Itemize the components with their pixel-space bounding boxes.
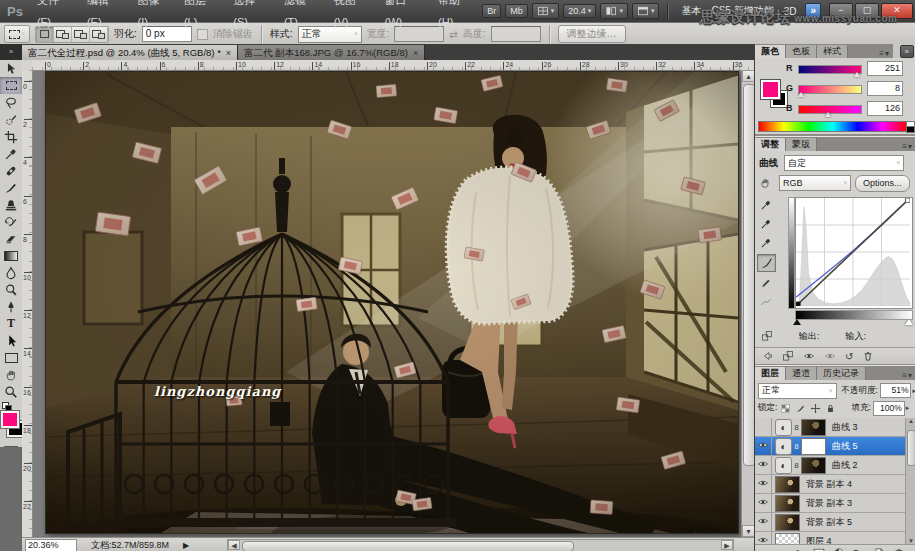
channel-value-input[interactable]: 8 [867, 81, 903, 96]
menu-item-2[interactable]: 图像(I) [131, 0, 177, 33]
close-button[interactable]: ✕ [881, 3, 913, 19]
blend-mode-select[interactable]: 正常▾ [758, 383, 837, 399]
menu-item-7[interactable]: 窗口(W) [377, 0, 431, 33]
layer-mask-thumbnail[interactable] [801, 419, 826, 436]
layer-thumbnail[interactable] [775, 476, 800, 493]
channel-value-input[interactable]: 251 [867, 61, 903, 76]
color-tab-1[interactable]: 色板 [786, 45, 817, 58]
menu-item-1[interactable]: 编辑(E) [80, 0, 131, 33]
menu-item-0[interactable]: 文件(F) [30, 0, 80, 33]
layer-visibility-toggle[interactable] [755, 418, 772, 436]
link-layers-icon[interactable] [775, 547, 787, 551]
menu-item-5[interactable]: 滤镜(T) [277, 0, 327, 33]
layer-row-6[interactable]: 图层 4 [755, 532, 915, 544]
opacity-value[interactable]: 51% [880, 383, 912, 398]
mask-link-icon[interactable]: 8 [792, 423, 801, 432]
maximize-button[interactable]: ▢ [855, 3, 879, 19]
dodge-tool[interactable] [0, 281, 22, 298]
layer-thumbnail[interactable] [775, 495, 800, 512]
draw-curve-pencil-icon[interactable] [757, 275, 774, 291]
on-image-adjust-icon[interactable] [759, 177, 771, 189]
foreground-color-well[interactable] [761, 80, 780, 99]
curves-graph[interactable] [795, 197, 913, 309]
document-canvas[interactable]: lingzhongqiang [45, 71, 739, 534]
layer-thumbnail[interactable] [775, 514, 800, 531]
zoom-level-control[interactable]: 20.4▾ [563, 4, 596, 18]
layers-scrollbar[interactable]: ▲ ▼ [905, 418, 915, 544]
document-tab-1[interactable]: 富二代 副本168.JPG @ 16.7%(RGB/8)× [238, 45, 425, 60]
black-point-slider[interactable] [793, 319, 801, 325]
workspace-item-1[interactable]: CS5 新增功能 [706, 4, 778, 18]
minimize-button[interactable]: − [829, 3, 853, 19]
layer-row-1[interactable]: ◐8曲线 5 [755, 437, 915, 456]
layer-visibility-toggle[interactable] [755, 437, 772, 455]
lasso-tool[interactable] [0, 94, 22, 111]
gradient-tool[interactable] [0, 247, 22, 264]
channel-slider-thumb[interactable] [854, 72, 860, 77]
curves-options-button[interactable]: Options... [855, 175, 910, 192]
eyedropper-tool[interactable] [0, 145, 22, 162]
clip-to-layer-icon[interactable] [782, 350, 794, 362]
adjustments-panel-menu-icon[interactable]: ≡▾ [902, 142, 915, 151]
layer-visibility-toggle[interactable] [755, 475, 772, 493]
channel-slider-thumb[interactable] [825, 112, 831, 117]
clone-stamp-tool[interactable] [0, 196, 22, 213]
menu-item-4[interactable]: 选择(S) [226, 0, 277, 33]
mask-link-icon[interactable]: 8 [792, 442, 801, 451]
launch-mini-bridge-button[interactable]: Mb [505, 4, 528, 18]
layer-visibility-toggle[interactable] [755, 532, 772, 544]
mask-link-icon[interactable]: 8 [792, 461, 801, 470]
layers-scroll-thumb[interactable] [907, 430, 915, 466]
scroll-left-icon[interactable]: ◀ [228, 540, 240, 550]
rectangular-marquee-tool[interactable] [0, 77, 22, 94]
toggle-visibility-icon[interactable] [803, 350, 815, 362]
view-previous-state-icon[interactable] [824, 350, 836, 362]
adjustments-tab-1[interactable]: 蒙版 [786, 138, 817, 151]
vertical-scrollbar[interactable]: ▲ ▼ [741, 70, 755, 537]
spectrum-black-chip[interactable] [906, 126, 915, 133]
menu-item-3[interactable]: 图层(L) [177, 0, 226, 33]
fill-value[interactable]: 100% [873, 401, 905, 416]
healing-brush-tool[interactable] [0, 162, 22, 179]
document-tab-0[interactable]: 富二代全过程.psd @ 20.4% (曲线 5, RGB/8) *× [22, 45, 238, 60]
quick-selection-tool[interactable] [0, 111, 22, 128]
layer-row-5[interactable]: 背景 副本 5 [755, 513, 915, 532]
white-point-eyedropper-icon[interactable] [757, 235, 774, 251]
color-panel-menu-icon[interactable]: ≡▾ [879, 49, 893, 58]
scroll-right-icon[interactable]: ▶ [721, 540, 733, 550]
close-tab-icon[interactable]: × [226, 48, 231, 58]
curves-channel-select[interactable]: RGB▾ [779, 175, 851, 191]
layers-tab-2[interactable]: 历史记录 [817, 367, 866, 380]
adjustments-tab-0[interactable]: 调整 [755, 138, 786, 151]
workspace-item-0[interactable]: 基本 [676, 4, 706, 18]
hand-tool[interactable] [0, 366, 22, 383]
smooth-curve-icon[interactable] [757, 294, 774, 310]
add-layer-mask-icon[interactable] [813, 547, 825, 551]
default-colors-icon[interactable] [2, 402, 12, 410]
layers-tab-1[interactable]: 通道 [786, 367, 817, 380]
lock-position-icon[interactable] [809, 402, 822, 415]
new-group-icon[interactable] [853, 547, 865, 551]
layer-visibility-toggle[interactable] [755, 513, 772, 531]
curves-adjustment-icon[interactable]: ◐ [775, 419, 792, 436]
curves-adjustment-icon[interactable]: ◐ [775, 438, 792, 455]
color-spectrum-ramp[interactable] [758, 121, 908, 132]
view-extras-button[interactable]: ▾ [532, 3, 560, 19]
curves-adjustment-icon[interactable]: ◐ [775, 457, 792, 474]
screen-mode-button[interactable]: ▾ [632, 3, 660, 19]
layer-thumbnail[interactable] [775, 533, 800, 545]
new-adjustment-layer-icon[interactable] [833, 547, 845, 551]
horizontal-scroll-thumb[interactable] [242, 541, 574, 551]
lock-all-icon[interactable] [824, 402, 837, 415]
foreground-color-swatch[interactable] [1, 411, 19, 428]
white-point-slider[interactable] [905, 319, 913, 325]
blur-tool[interactable] [0, 264, 22, 281]
lock-pixels-icon[interactable] [794, 402, 807, 415]
workspace-item-2[interactable]: 3D [779, 6, 802, 17]
channel-slider[interactable] [798, 65, 862, 74]
layer-row-2[interactable]: ◐8曲线 2 [755, 456, 915, 475]
workspace-overflow-button[interactable]: » [805, 3, 821, 19]
layer-visibility-toggle[interactable] [755, 456, 772, 474]
menu-item-6[interactable]: 视图(V) [327, 0, 378, 33]
gray-point-eyedropper-icon[interactable] [757, 216, 774, 232]
